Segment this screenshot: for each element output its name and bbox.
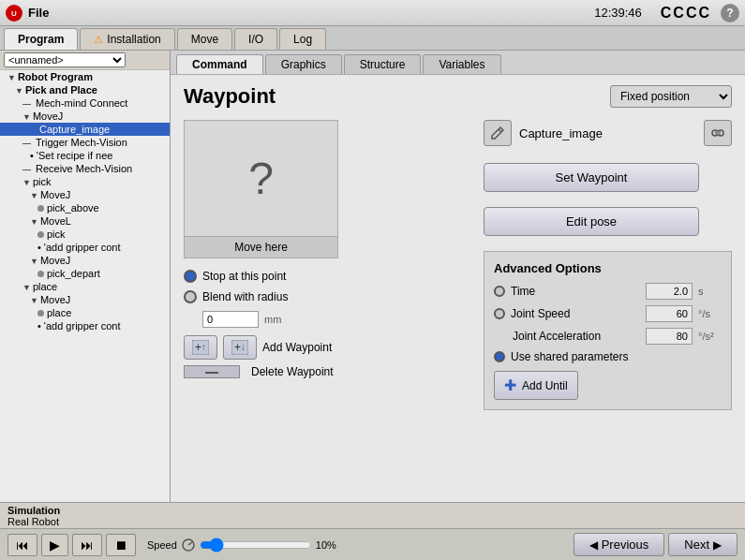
tree-pick-depart[interactable]: pick_depart [0,267,170,280]
delete-icon-btn[interactable] [184,365,240,378]
svg-text:U: U [11,9,17,18]
tree-add-gripper-2[interactable]: •'add gripper cont [0,319,170,332]
tree-receive-mech-vision[interactable]: —Receive Mech-Vision [0,162,170,175]
rewind-button[interactable]: ⏮ [7,534,37,556]
shared-params-radio[interactable] [494,351,505,362]
dot-icon [37,271,44,277]
tab-command[interactable]: Command [176,54,263,74]
joint-speed-radio[interactable] [494,308,505,319]
tab-installation[interactable]: ⚠ Installation [80,28,174,50]
stop-radio[interactable] [184,270,197,283]
add-until-button[interactable]: ✚ Add Until [494,371,578,400]
blend-radius-row: Blend with radius [184,290,472,303]
tree-pick-above[interactable]: pick_above [0,201,170,214]
tri-icon: ▼ [22,283,31,292]
app-logo: U [6,5,22,22]
tree-label: place [33,281,57,292]
blend-value-input[interactable] [202,311,259,328]
tab-program[interactable]: Program [4,28,78,50]
tree-movej-1[interactable]: ▼MoveJ [0,110,170,123]
blend-radius-label: Blend with radius [202,290,288,303]
tab-variables-label: Variables [439,58,484,71]
tree-movej-3[interactable]: ▼MoveJ [0,254,170,267]
simulation-label[interactable]: Simulation [7,505,60,516]
joint-speed-input[interactable] [646,305,693,322]
tab-log-label: Log [293,33,312,46]
next-button[interactable]: Next ▶ [668,533,738,556]
program-dropdown[interactable]: <unnamed> [4,52,126,67]
main-content-row: ? Move here Stop at this point Blend wit… [184,120,732,410]
tree-movej-2[interactable]: ▼MoveJ [0,188,170,201]
stop-at-point-label: Stop at this point [202,270,286,283]
stop-button[interactable]: ⏹ [106,534,136,556]
main-area: <unnamed> ▼Robot Program ▼Pick and Place… [0,51,745,502]
tri-icon: ▼ [15,86,23,96]
speed-slider[interactable] [200,538,312,553]
tree-movel[interactable]: ▼MoveL [0,214,170,228]
link-button[interactable] [704,120,732,146]
add-waypoint-up-button[interactable]: + ↑ [184,335,217,360]
speed-percentage: 10% [316,539,336,551]
radio-options: Stop at this point Blend with radius mm [184,270,472,328]
capture-row: Capture_image [484,120,732,146]
time-radio[interactable] [494,286,505,297]
step-button[interactable]: ⏭ [72,534,102,556]
left-sub-panel: ? Move here Stop at this point Blend wit… [184,120,472,410]
advanced-options-panel: Advanced Options Time s Joint Speed °/s [484,251,732,410]
tree-label: pick_above [47,202,99,214]
tree-place[interactable]: ▼place [0,280,170,293]
svg-line-16 [188,542,192,545]
help-button[interactable]: ? [721,4,739,22]
tree-label: 'Set recipe if nee [37,150,113,161]
tree-movej-4[interactable]: ▼MoveJ [0,293,170,306]
tab-log[interactable]: Log [279,28,326,50]
tree-add-gripper-1[interactable]: •'add gripper cont [0,241,170,254]
tree-trigger-mech-vision[interactable]: —Trigger Mech-Vision [0,136,170,149]
file-label: File [28,6,49,20]
tab-io[interactable]: I/O [234,28,277,50]
blend-radio[interactable] [184,290,197,303]
tab-command-label: Command [192,58,247,71]
tab-graphics[interactable]: Graphics [265,54,342,74]
previous-button[interactable]: ◀ Previous [574,533,665,556]
tri-icon: ▼ [22,178,31,187]
svg-text:+: + [195,341,201,354]
joint-accel-input[interactable] [646,328,693,345]
tab-move[interactable]: Move [177,28,232,50]
add-waypoint-down-button[interactable]: + ↓ [223,335,257,360]
blend-unit-label: mm [264,314,281,325]
time-input[interactable] [646,283,693,300]
transport-bar: ⏮ ▶ ⏭ ⏹ Speed 10% ◀ Previous Next ▶ [0,528,745,560]
tab-structure[interactable]: Structure [344,54,422,74]
tree-place-node[interactable]: place [0,306,170,319]
tree-pick[interactable]: ▼pick [0,175,170,188]
pencil-button[interactable] [484,120,512,146]
edit-pose-button[interactable]: Edit pose [484,207,699,236]
advanced-title: Advanced Options [494,261,722,275]
minus-icon [205,371,218,374]
move-here-button[interactable]: Move here [184,237,338,258]
position-dropdown-wrapper: Fixed position [610,85,732,108]
joint-accel-unit: °/s² [698,331,722,342]
tri-icon: ▼ [7,73,16,82]
tree-robot-program[interactable]: ▼Robot Program [0,70,170,83]
tree-pick-node[interactable]: pick [0,228,170,241]
tree-mech-mind-connect[interactable]: —Mech-mind Connect [0,96,170,110]
delete-waypoint-label: Delete Waypoint [251,365,334,378]
tab-variables[interactable]: Variables [423,54,500,74]
tree-label: MoveL [40,215,71,227]
tree-pick-and-place[interactable]: ▼Pick and Place [0,83,170,96]
joint-accel-option-row: Joint Acceleration °/s² [494,328,722,345]
real-robot-label[interactable]: Real Robot [7,516,60,527]
set-waypoint-button[interactable]: Set Waypoint [484,163,699,192]
inner-tab-bar: Command Graphics Structure Variables [171,51,745,75]
play-button[interactable]: ▶ [41,534,68,556]
tree-capture-image[interactable]: Capture_image [0,123,170,136]
time-option-row: Time s [494,283,722,300]
tree-label: MoveJ [40,294,70,305]
position-dropdown[interactable]: Fixed position [610,85,732,108]
tree-label: 'add gripper cont [44,320,121,332]
tree-set-recipe[interactable]: •'Set recipe if nee [0,149,170,162]
tab-move-label: Move [191,33,218,46]
tri-icon: ▼ [22,112,31,122]
